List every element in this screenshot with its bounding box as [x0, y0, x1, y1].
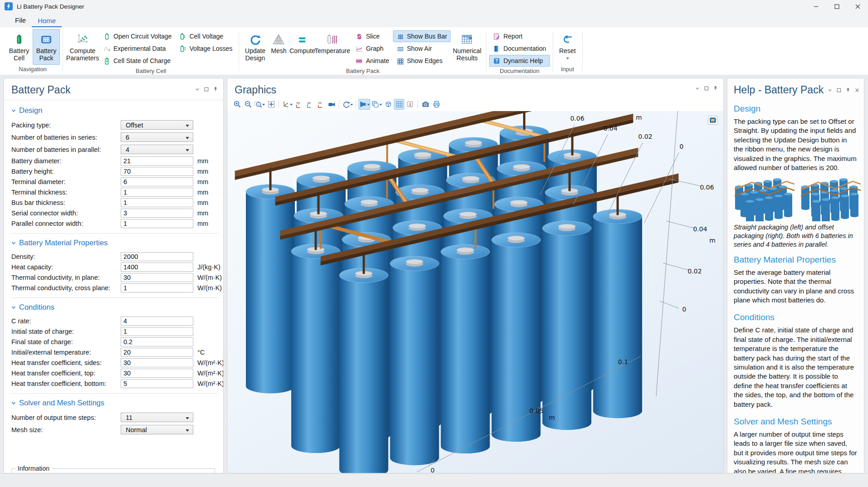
help-paragraph: Set the average battery material propert…	[734, 268, 858, 305]
reset-dropdown-icon[interactable]	[566, 58, 569, 61]
transparency-dropdown-icon[interactable]	[379, 104, 382, 107]
battery-cell-button[interactable]: Battery Cell	[5, 29, 33, 65]
section-header-conditions[interactable]: Conditions	[11, 301, 219, 316]
show-grid-icon[interactable]	[394, 99, 404, 110]
show-air-button[interactable]: Show Air	[393, 43, 451, 54]
heat-transfer-coefficient-sides-input[interactable]: 30	[121, 358, 193, 367]
image-snapshot-icon[interactable]	[420, 99, 431, 110]
help-heading-solver-and-mesh-settings: Solver and Mesh Settings	[734, 413, 858, 428]
bus-bar-thickness-input[interactable]: 1	[121, 198, 193, 207]
serial-connector-width-input[interactable]: 3	[121, 209, 193, 218]
number-of-batteries-in-parallel-select[interactable]: 4	[121, 145, 193, 154]
graphics-view[interactable]: 0.060.040.02m00.060.04m0.0200.10.05m0	[227, 111, 723, 473]
view-xz-icon[interactable]: xz	[315, 99, 326, 110]
initial-external-temperature-input[interactable]: 20	[121, 348, 193, 357]
cell-voltage-button[interactable]: Cell Voltage	[175, 30, 236, 42]
final-state-of-charge-input[interactable]: 0.2	[121, 337, 193, 346]
compute-button[interactable]: Compute	[289, 29, 315, 67]
close-button[interactable]	[847, 0, 868, 13]
zoom-out-icon[interactable]	[243, 99, 253, 110]
mesh-button[interactable]: Mesh	[268, 29, 289, 67]
graph-button[interactable]: Graph	[352, 43, 392, 54]
minimize-button[interactable]	[805, 0, 826, 13]
c-rate-input[interactable]: 4	[121, 317, 193, 326]
chevron-down-icon[interactable]	[828, 88, 832, 93]
plot-button[interactable]	[708, 116, 718, 125]
float-panel-icon[interactable]	[704, 86, 709, 91]
numerical-results-button[interactable]: Numerical Results	[451, 29, 483, 67]
experimental-data-button[interactable]: Experimental Data	[99, 43, 175, 54]
axis-tick-label: 0.02	[687, 268, 701, 275]
report-button[interactable]: Report	[489, 30, 549, 42]
zoom-box-icon[interactable]	[254, 99, 265, 110]
zoom-in-icon[interactable]	[232, 99, 242, 110]
voltage-losses-button[interactable]: Voltage Losses	[175, 43, 236, 54]
axis-orientation-icon[interactable]	[405, 99, 415, 110]
heat-transfer-coefficient-top-input[interactable]: 30	[121, 369, 193, 378]
maximize-button[interactable]	[826, 0, 847, 13]
field-label-heat-transfer-coefficient-bottom: Heat transfer coefficient, bottom:	[11, 380, 121, 387]
field-label-heat-capacity: Heat capacity:	[11, 263, 121, 271]
view-xy-icon[interactable]: xy	[294, 99, 304, 110]
cell-state-of-charge-button[interactable]: Cell State of Charge	[99, 55, 175, 67]
show-edges-button[interactable]: Show Edges	[393, 55, 451, 67]
temperature-button[interactable]: Temperature	[315, 29, 349, 67]
chevron-down-icon[interactable]	[195, 87, 200, 92]
mesh-size-select[interactable]: Normal	[121, 425, 193, 434]
go-to-default-view-icon[interactable]	[281, 99, 293, 110]
initial-state-of-charge-input[interactable]: 1	[121, 327, 193, 336]
ribbon-group-label-battery-pack: Battery Pack	[240, 67, 485, 77]
compute-parameters-button[interactable]: Compute Parameters	[66, 29, 99, 67]
print-icon[interactable]	[431, 99, 441, 110]
section-header-battery-material-properties[interactable]: Battery Material Properties	[11, 236, 219, 251]
close-icon[interactable]	[855, 88, 859, 93]
heat-transfer-coefficient-bottom-input[interactable]: 5	[121, 379, 193, 388]
rotate-dropdown-icon[interactable]	[350, 104, 353, 107]
packing-type-select[interactable]: Offset	[121, 120, 193, 130]
thermal-conductivity-cross-plane-input[interactable]: 1	[121, 283, 193, 292]
reset-button[interactable]: Reset	[556, 29, 579, 65]
open-circuit-voltage-button[interactable]: Open Circuit Voltage	[99, 30, 175, 42]
field-unit: mm	[193, 157, 219, 165]
section-header-solver-and-mesh-settings[interactable]: Solver and Mesh Settings	[11, 396, 219, 411]
battery-height-input[interactable]: 70	[121, 167, 193, 176]
scene-light-dropdown-icon[interactable]	[367, 104, 370, 107]
chevron-down-icon[interactable]	[695, 86, 700, 91]
float-panel-icon[interactable]	[204, 87, 209, 92]
thermal-conductivity-in-plane-input[interactable]: 30	[121, 273, 193, 282]
update-design-button[interactable]: Update Design	[242, 29, 268, 67]
temperature-label: Temperature	[314, 48, 350, 55]
documentation-button[interactable]: Documentation	[489, 43, 549, 54]
zoom-box-dropdown-icon[interactable]	[262, 104, 265, 107]
terminal-thickness-input[interactable]: 1	[121, 188, 193, 197]
rotate-icon[interactable]	[342, 99, 353, 110]
scene-light-icon[interactable]	[358, 99, 370, 110]
section-header-design[interactable]: Design	[11, 104, 219, 119]
environment-icon[interactable]	[383, 99, 393, 110]
heat-capacity-input[interactable]: 1400	[121, 263, 193, 272]
parallel-connector-width-input[interactable]: 1	[121, 219, 193, 228]
pin-icon[interactable]	[213, 87, 218, 92]
slice-button[interactable]: Slice	[352, 30, 392, 42]
density-input[interactable]: 2000	[121, 252, 193, 261]
view-camera-icon[interactable]	[326, 99, 337, 110]
show-bus-bar-button[interactable]: Show Bus Bar	[393, 30, 451, 42]
pin-icon[interactable]	[846, 88, 850, 93]
tab-file[interactable]: File	[9, 14, 32, 27]
number-of-output-time-steps-select[interactable]: 11	[121, 413, 193, 422]
transparency-icon[interactable]	[371, 99, 383, 110]
terminal-diameter-input[interactable]: 6	[121, 177, 193, 186]
float-panel-icon[interactable]	[837, 88, 841, 93]
mesh-label: Mesh	[271, 48, 286, 55]
battery-diameter-input[interactable]: 21	[121, 156, 193, 166]
animate-button[interactable]: Animate	[352, 55, 392, 67]
battery-pack-button[interactable]: Battery Pack	[33, 29, 60, 65]
view-dropdown-icon[interactable]	[290, 104, 293, 107]
tab-home[interactable]: Home	[32, 14, 62, 28]
view-yz-icon[interactable]: yz	[304, 99, 315, 110]
number-of-batteries-in-series-select[interactable]: 6	[121, 132, 193, 142]
zoom-extents-icon[interactable]	[266, 99, 276, 110]
pin-icon[interactable]	[713, 86, 718, 91]
dynamic-help-button[interactable]: ? Dynamic Help	[489, 55, 549, 67]
field-row-thermal-conductivity-cross-plane: Thermal conductivity, cross plane:1W/(m·…	[11, 282, 219, 293]
